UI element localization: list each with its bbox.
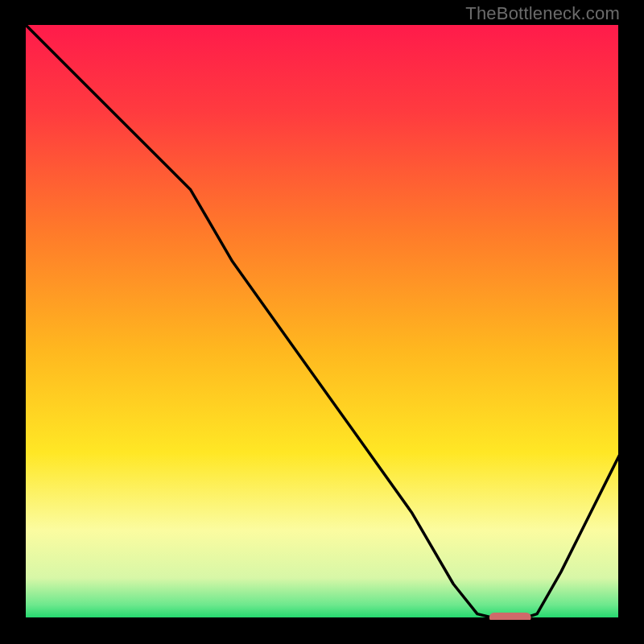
optimal-range-marker [489, 613, 531, 620]
chart-frame [23, 23, 621, 620]
watermark-text: TheBottleneck.com [465, 3, 620, 24]
bottleneck-chart [23, 23, 621, 620]
